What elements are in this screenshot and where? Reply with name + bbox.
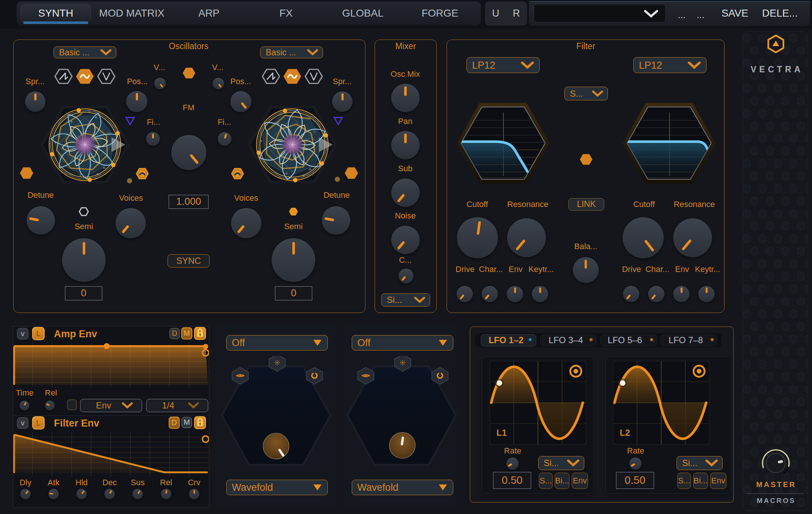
- svg-text:L2: L2: [620, 428, 630, 438]
- svg-text:L1: L1: [496, 428, 507, 438]
